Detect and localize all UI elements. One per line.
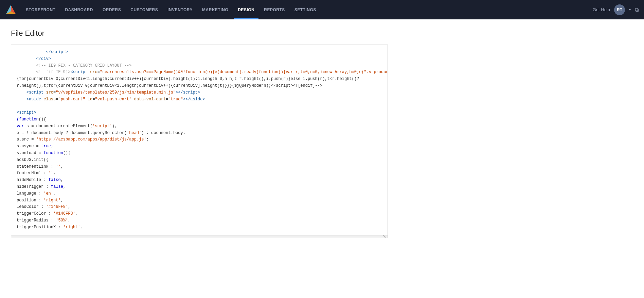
- navbar: STOREFRONT DASHBOARD ORDERS CUSTOMERS IN…: [0, 0, 644, 19]
- nav-marketing[interactable]: MARKETING: [198, 0, 232, 19]
- nav-right: Get Help RT ▾ ⧉: [593, 4, 639, 15]
- nav-customers[interactable]: CUSTOMERS: [126, 0, 162, 19]
- external-link-icon[interactable]: ⧉: [635, 7, 639, 13]
- editor-resize-handle[interactable]: ⤡: [11, 235, 388, 238]
- nav-reports[interactable]: REPORTS: [260, 0, 289, 19]
- brand-logo[interactable]: [5, 4, 16, 15]
- nav-dashboard[interactable]: DASHBOARD: [61, 0, 97, 19]
- nav-orders[interactable]: ORDERS: [99, 0, 125, 19]
- nav-inventory[interactable]: INVENTORY: [163, 0, 197, 19]
- page-title: File Editor: [11, 29, 633, 38]
- code-editor[interactable]: </script> </div> <!-- IE9 FIX - CATEGORY…: [11, 45, 388, 235]
- resize-icon: ⤡: [383, 234, 386, 239]
- avatar-chevron-icon[interactable]: ▾: [629, 8, 631, 12]
- file-editor-container: </script> </div> <!-- IE9 FIX - CATEGORY…: [11, 45, 388, 238]
- avatar[interactable]: RT: [614, 4, 625, 15]
- nav-settings[interactable]: SETTINGS: [290, 0, 320, 19]
- get-help-link[interactable]: Get Help: [593, 7, 610, 12]
- nav-design[interactable]: DESIGN: [234, 0, 258, 19]
- page-content: File Editor </script> </div> <!-- IE9 FI…: [0, 19, 644, 298]
- nav-storefront[interactable]: STOREFRONT: [22, 0, 59, 19]
